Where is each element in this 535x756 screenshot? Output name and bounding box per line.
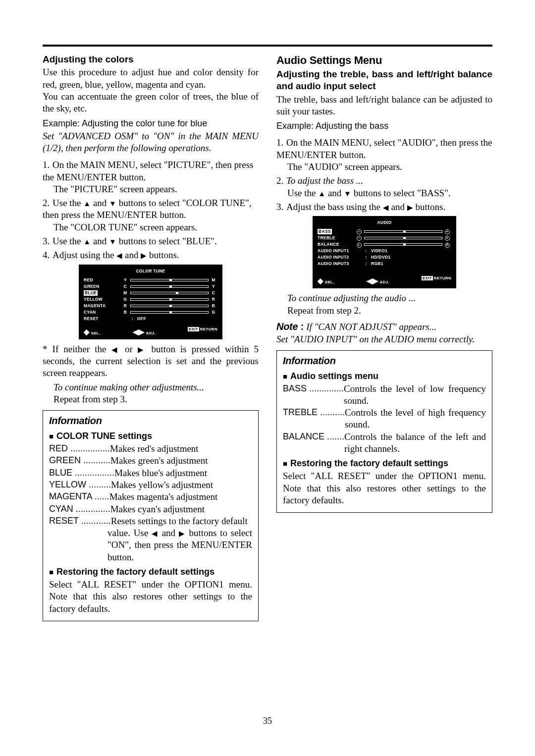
t: SEL.: [325, 280, 334, 284]
osm-foot-adj: ◀▶ ADJ.: [367, 276, 389, 285]
info-paragraph: Select "ALL RESET" under the OPTION1 men…: [283, 470, 486, 506]
osm-row: BALANCELR: [318, 241, 451, 248]
def-continuation: value. Use ◀ and ▶ buttons to select "ON…: [107, 527, 252, 563]
osm-row: BASS−+: [318, 228, 451, 235]
osm-value: OFF: [135, 316, 175, 322]
step-number: 2.: [276, 175, 286, 187]
t: COLOR TUNE settings: [56, 431, 152, 441]
info-title: Information: [283, 355, 486, 368]
section-audio-settings: Audio Settings Menu: [276, 54, 492, 67]
right-triangle-icon: ▶: [373, 276, 378, 285]
info-paragraph: Select "ALL RESET" under the OPTION1 men…: [49, 579, 252, 615]
definition-row: YELLOW .........Makes yellow's adjustmen…: [49, 479, 252, 491]
osm-label: AUDIO INPUT3: [318, 261, 349, 266]
footnote: * If neither the ◀ or ▶ button is presse…: [43, 343, 259, 379]
definition-row: BLUE ................Makes blue's adjust…: [49, 467, 252, 479]
continue-italic: To continue adjusting the audio ...: [276, 292, 492, 304]
osm-end-left: L: [355, 242, 363, 248]
colon-icon: :: [363, 255, 369, 260]
definition-desc: Makes magenta's adjustment: [109, 491, 252, 503]
osm-row: GREENCY: [84, 283, 217, 290]
osm-value-row: AUDIO INPUT1:VIDEO1: [318, 248, 451, 254]
right-triangle-icon: ▶: [141, 251, 147, 260]
definition-term: GREEN ...........: [49, 455, 110, 467]
osm-title: COLOR TUNE: [84, 269, 217, 274]
left-triangle-icon: ◀: [152, 529, 159, 538]
osm-slider: [364, 236, 442, 240]
heading-adjusting-colors: Adjusting the colors: [43, 54, 259, 65]
osm-end-left: R: [121, 303, 129, 309]
step-3: 3.Use the ▲ and ▼ buttons to select "BLU…: [43, 235, 259, 247]
step-text: Adjust the bass using the ◀ and ▶ button…: [286, 202, 445, 212]
t: and: [325, 188, 344, 198]
definition-desc: Makes red's adjustment: [110, 443, 252, 455]
note-label: Note: [276, 321, 298, 332]
definition-desc: Controls the level of low frequency soun…: [344, 383, 486, 407]
down-triangle-icon: ▼: [109, 199, 116, 208]
osm-end-left: C: [121, 284, 129, 289]
definition-term: CYAN ..............: [49, 503, 110, 515]
osm-foot-return: EXITRETURN: [422, 276, 451, 285]
t: If neither the: [53, 344, 111, 354]
asterisk-icon: *: [43, 344, 53, 354]
step-1: 1.On the MAIN MENU, select "AUDIO", then…: [276, 137, 492, 173]
osm-row: TREBLE−+: [318, 235, 451, 241]
osm-value-row: AUDIO INPUT3:RGB1: [318, 261, 451, 267]
t: buttons.: [413, 202, 445, 212]
exit-badge: EXIT: [188, 327, 199, 331]
note-block: Note : If "CAN NOT ADJUST" appears... Se…: [276, 321, 492, 345]
definition-row: CYAN ..............Makes cyan's adjustme…: [49, 503, 252, 515]
updown-icon: ◆: [84, 327, 90, 336]
t: RETURN: [434, 276, 451, 280]
example-line: Example: Adjusting the bass: [276, 120, 492, 132]
definition-term: TREBLE ..........: [283, 407, 345, 431]
t: ADJ.: [146, 331, 156, 335]
t: Audio settings menu: [290, 371, 378, 381]
osm-footer: ◆ SEL. ◀▶ ADJ. EXITRETURN: [84, 327, 217, 336]
definition-term: BLUE ................: [49, 467, 114, 479]
osm-end-left: B: [121, 310, 129, 315]
left-triangle-icon: ◀: [367, 276, 373, 285]
step-sub: The "PICTURE" screen appears.: [43, 183, 259, 195]
info-subheading: ■Audio settings menu: [283, 371, 486, 382]
osm-end-right: R: [443, 242, 451, 248]
step-sub: Use the ▲ and ▼ buttons to select "BASS"…: [276, 187, 492, 199]
osm-value: VIDEO1: [369, 248, 409, 254]
t: buttons to select "BASS".: [351, 188, 451, 198]
t: and: [122, 250, 141, 260]
step-number: 4.: [43, 249, 53, 261]
square-bullet-icon: ■: [283, 459, 287, 468]
osm-slider: [130, 304, 209, 308]
osm-label: GREEN: [84, 284, 100, 289]
info-box-audio: Information ■Audio settings menu BASS ..…: [276, 350, 492, 513]
t: and: [389, 202, 407, 212]
osm-slider: [130, 291, 209, 295]
osm-end-right: R: [210, 297, 217, 302]
left-triangle-icon: ◀: [111, 345, 120, 354]
osm-row: MAGENTARB: [84, 303, 217, 309]
definition-desc: Makes blue's adjustment: [114, 467, 252, 479]
instruction-italic: Set "ADVANCED OSM" to "ON" in the MAIN M…: [43, 130, 259, 155]
definition-row: MAGENTA ......Makes magenta's adjustment: [49, 491, 252, 503]
step-text: On the MAIN MENU, select "AUDIO", then p…: [276, 137, 492, 160]
osm-slider: [364, 243, 442, 246]
t: Use the: [287, 188, 318, 198]
step-4: 4.Adjust using the ◀ and ▶ buttons.: [43, 249, 259, 261]
osm-label: BALANCE: [318, 242, 339, 247]
definition-desc: Makes cyan's adjustment: [110, 503, 252, 515]
step-number: 3.: [43, 235, 53, 247]
osm-row: YELLOWGR: [84, 296, 217, 303]
osm-label: RED: [84, 277, 93, 282]
down-triangle-icon: ▼: [109, 237, 116, 246]
definition-row: RESET ............Resets settings to the…: [49, 515, 252, 527]
osm-end-right: G: [210, 310, 217, 315]
definition-term: MAGENTA ......: [49, 491, 109, 503]
osm-slider: [130, 298, 209, 301]
t: and: [159, 528, 179, 538]
osm-foot-sel: ◆ SEL.: [318, 276, 334, 285]
osm-label: YELLOW: [84, 297, 103, 302]
osm-footer: ◆ SEL. ◀▶ ADJ. EXITRETURN: [318, 276, 451, 285]
osm-value-row: AUDIO INPUT2:HD/DVD1: [318, 254, 451, 261]
page-number: 35: [0, 716, 535, 726]
updown-icon: ◆: [318, 276, 323, 285]
